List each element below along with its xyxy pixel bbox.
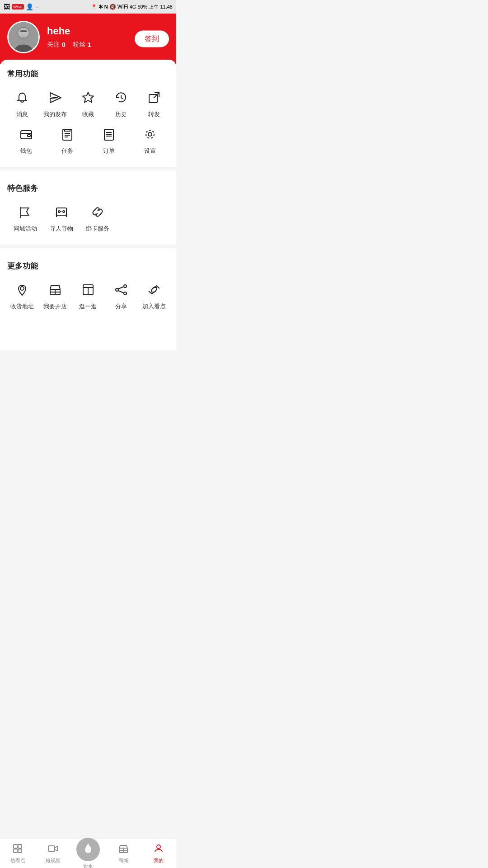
gallery-icon: 🖼 <box>4 3 10 10</box>
browse-item[interactable]: 逛一逛 <box>73 278 103 315</box>
more-icon: ··· <box>35 4 40 10</box>
special-services-title: 特色服务 <box>7 183 169 193</box>
svg-point-25 <box>58 211 60 212</box>
store-icon <box>48 283 62 299</box>
bindcard-item[interactable]: 绑卡服务 <box>80 201 116 237</box>
common-functions-title: 常用功能 <box>7 69 169 79</box>
settings-item[interactable]: 设置 <box>131 123 169 160</box>
openstore-item[interactable]: 我要开店 <box>40 278 70 315</box>
bell-icon <box>15 91 29 107</box>
message-label: 消息 <box>16 110 28 118</box>
browse-label: 逛一逛 <box>79 302 97 311</box>
share-label: 分享 <box>115 302 127 311</box>
svg-rect-5 <box>21 36 26 38</box>
order-item[interactable]: 订单 <box>90 123 128 160</box>
svg-point-26 <box>63 211 65 212</box>
handshake-icon <box>147 283 161 299</box>
avatar-image <box>9 22 38 52</box>
avatar[interactable] <box>7 21 40 53</box>
localact-label: 同城活动 <box>14 225 37 233</box>
svg-point-37 <box>124 285 127 288</box>
special-services-grid: 同城活动 寻人寻物 <box>7 201 169 237</box>
external-icon <box>147 91 161 107</box>
task-label: 任务 <box>61 147 73 155</box>
address-item[interactable]: 收货地址 <box>7 278 37 315</box>
wear-badge: Wear <box>12 4 24 9</box>
forward-label: 转发 <box>148 110 160 118</box>
nfc-icon: N <box>104 4 108 9</box>
share-item[interactable]: 分享 <box>107 278 136 315</box>
checkin-button[interactable]: 签到 <box>135 31 169 47</box>
more-functions-grid: 收货地址 我要开店 <box>7 278 169 315</box>
following-count: 0 <box>62 41 66 48</box>
svg-rect-12 <box>28 135 30 137</box>
flag-icon <box>19 205 32 221</box>
svg-point-21 <box>148 132 152 136</box>
bindcard-label: 绑卡服务 <box>86 225 109 233</box>
findpeople-item[interactable]: 寻人寻物 <box>43 201 80 237</box>
more-functions-title: 更多功能 <box>7 261 169 271</box>
followers-count: 1 <box>88 41 91 48</box>
status-left: 🖼 Wear 👤 ··· <box>4 3 40 10</box>
history-item[interactable]: 历史 <box>107 86 136 123</box>
message-item[interactable]: 消息 <box>7 86 37 123</box>
svg-line-40 <box>118 291 124 293</box>
task-item[interactable]: 任务 <box>49 123 87 160</box>
location-icon: 📍 <box>91 4 97 10</box>
history-icon <box>114 91 128 107</box>
star-icon <box>81 91 95 107</box>
favorites-label: 收藏 <box>82 110 94 118</box>
history-label: 历史 <box>115 110 127 118</box>
time-display: 上午 11:48 <box>149 4 173 10</box>
favorites-item[interactable]: 收藏 <box>73 86 103 123</box>
main-content: 常用功能 消息 <box>0 60 176 350</box>
forward-item[interactable]: 转发 <box>140 86 169 123</box>
openstore-label: 我要开店 <box>43 302 67 311</box>
task-icon <box>61 127 74 143</box>
svg-line-39 <box>118 287 124 289</box>
svg-point-22 <box>146 130 154 138</box>
order-label: 订单 <box>103 147 115 155</box>
common-functions-grid-row1: 消息 我的发布 收藏 <box>7 86 169 123</box>
address-label: 收货地址 <box>10 302 34 311</box>
status-bar: 🖼 Wear 👤 ··· 📍 ✱ N 🔇 WiFi 4G 50% 上午 11:4… <box>0 0 176 14</box>
link-icon <box>91 205 104 221</box>
svg-marker-7 <box>50 93 61 103</box>
order-icon <box>102 127 116 143</box>
joinkan-label: 加入看点 <box>142 302 166 311</box>
following-label: 关注 <box>47 41 60 49</box>
browse-icon <box>81 283 95 299</box>
divider-1 <box>0 167 176 170</box>
settings-label: 设置 <box>144 147 156 155</box>
svg-point-36 <box>116 288 118 291</box>
location-icon <box>15 283 29 299</box>
svg-point-28 <box>20 287 24 290</box>
status-right: 📍 ✱ N 🔇 WiFi 4G 50% 上午 11:48 <box>91 4 173 10</box>
followers-label: 粉丝 <box>73 41 85 49</box>
common-functions-grid-row2: 钱包 任务 <box>7 123 169 160</box>
svg-marker-8 <box>83 92 94 103</box>
more-functions-section: 更多功能 收货地址 <box>0 252 176 319</box>
localact-item[interactable]: 同城活动 <box>7 201 43 237</box>
svg-point-6 <box>21 93 23 94</box>
following-stat: 关注 0 <box>47 41 66 49</box>
followers-stat: 粉丝 1 <box>73 41 91 49</box>
mypost-item[interactable]: 我的发布 <box>40 86 70 123</box>
mute-icon: 🔇 <box>109 4 116 10</box>
svg-rect-4 <box>20 30 27 32</box>
findpeople-label: 寻人寻物 <box>50 225 73 233</box>
svg-point-38 <box>124 292 127 295</box>
wallet-icon <box>19 127 33 143</box>
common-functions-section: 常用功能 消息 <box>0 60 176 163</box>
battery-level: 50% <box>137 4 147 9</box>
settings-icon <box>143 127 157 143</box>
svg-line-10 <box>154 93 159 98</box>
wallet-item[interactable]: 钱包 <box>7 123 45 160</box>
mypost-label: 我的发布 <box>43 110 67 118</box>
findpeople-icon <box>55 205 68 221</box>
profile-icon: 👤 <box>26 3 33 10</box>
special-services-section: 特色服务 同城活动 <box>0 174 176 241</box>
joinkan-item[interactable]: 加入看点 <box>140 278 169 315</box>
send-icon <box>48 91 62 107</box>
signal-icon: 4G <box>130 4 136 9</box>
